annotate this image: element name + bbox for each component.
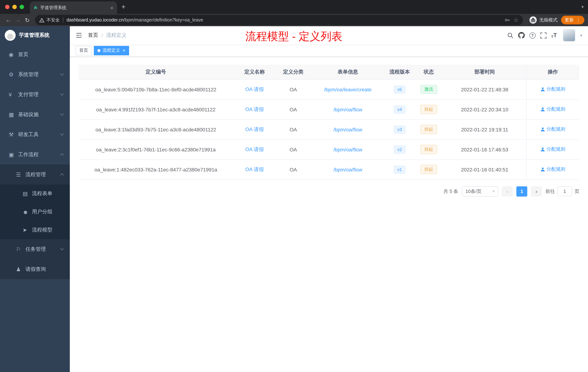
search-icon[interactable] <box>507 32 513 38</box>
breadcrumb: 首页 / 流程定义 <box>88 32 126 39</box>
assign-rule-link[interactable]: 分配规则 <box>540 166 566 173</box>
sidebar-item-system[interactable]: ⚙ 系统管理 <box>0 65 70 85</box>
table-row: oa_leave:2:3c1f0ef1-76b1-11ec-9c66-a2380… <box>79 139 579 159</box>
version-tag: v2 <box>394 145 405 153</box>
sidebar-item-task-management[interactable]: ⚐ 任务管理 <box>0 239 70 259</box>
pagination: 共 5 条 10条/页 ▾ ‹ 1 › 前往 页 <box>79 186 579 196</box>
sidebar-item-devtools[interactable]: ⚒ 研发工具 <box>0 124 70 144</box>
tag-close-icon[interactable]: × <box>123 48 125 53</box>
form-info-link[interactable]: /bpm/oa/flow <box>334 166 362 172</box>
chevron-up-icon <box>60 174 64 177</box>
definition-name-link[interactable]: OA 请假 <box>245 86 264 92</box>
font-size-icon[interactable]: TT <box>551 32 557 39</box>
sidebar-item-leave-query[interactable]: ♟ 请假查询 <box>0 259 70 279</box>
sidebar-item-workflow[interactable]: ▣ 工作流程 <box>0 144 70 164</box>
bookmark-star-icon[interactable]: ☆ <box>514 17 519 23</box>
browser-tab[interactable]: ☘ 芋道管理系统 × <box>30 1 117 14</box>
current-page-button[interactable]: 1 <box>516 186 527 196</box>
definition-id-cell: oa_leave:2:3c1f0ef1-76b1-11ec-9c66-a2380… <box>79 139 233 159</box>
form-info-link[interactable]: /bpm/oa/flow <box>334 146 362 152</box>
col-status: 状态 <box>414 65 443 79</box>
back-icon[interactable]: ← <box>4 17 13 23</box>
sidebar-item-process-management[interactable]: ☰ 流程管理 <box>0 164 70 185</box>
warning-triangle-icon <box>39 18 44 22</box>
zoom-window-button[interactable] <box>20 5 24 9</box>
breadcrumb-separator: / <box>101 33 103 38</box>
definition-name-link[interactable]: OA 请假 <box>245 106 264 112</box>
definition-name-link[interactable]: OA 请假 <box>245 126 264 132</box>
tag-home[interactable]: 首页 <box>76 46 92 55</box>
goto-page-input[interactable] <box>557 186 572 196</box>
deploy-time-cell: 2022-01-22 20:34:10 <box>443 99 526 119</box>
close-window-button[interactable] <box>5 5 10 9</box>
prev-page-button[interactable]: ‹ <box>502 186 513 196</box>
sidebar-item-label: 流程模型 <box>32 227 52 233</box>
reload-icon[interactable]: ↻ <box>22 17 32 23</box>
definition-name-link[interactable]: OA 请假 <box>245 146 264 152</box>
sidebar-item-user-group[interactable]: ☻ 用户分组 <box>0 203 70 221</box>
category-cell: OA <box>276 139 311 159</box>
page-size-select[interactable]: 10条/页 ▾ <box>462 186 498 196</box>
help-icon[interactable]: ? <box>529 32 536 38</box>
briefcase-icon: ▣ <box>9 151 18 158</box>
dashboard-icon: ◉ <box>9 51 18 58</box>
window-controls <box>5 5 24 9</box>
category-cell: OA <box>276 99 311 119</box>
fullscreen-icon[interactable] <box>540 32 546 38</box>
definition-name-link[interactable]: OA 请假 <box>245 166 264 172</box>
sidebar-logo[interactable]: 芋道管理系统 <box>0 26 70 44</box>
breadcrumb-current: 流程定义 <box>106 32 126 39</box>
chevron-down-icon <box>60 72 64 76</box>
tab-search-caret-icon[interactable]: ▾ <box>581 4 584 10</box>
assign-rule-link[interactable]: 分配规则 <box>540 146 566 153</box>
col-operation: 操作 <box>526 65 579 79</box>
github-icon[interactable] <box>518 32 525 39</box>
sidebar-item-home[interactable]: ◉ 首页 <box>0 44 70 65</box>
form-info-link[interactable]: /bpm/oa/flow <box>334 107 362 112</box>
select-caret-icon: ▾ <box>493 189 494 194</box>
sidebar-item-label: 任务管理 <box>25 246 46 252</box>
sidebar-item-infrastructure[interactable]: ▦ 基础设施 <box>0 104 70 124</box>
assign-rule-link[interactable]: 分配规则 <box>540 86 566 93</box>
col-form-info: 表单信息 <box>311 65 385 79</box>
security-chip[interactable]: 不安全 <box>39 17 60 23</box>
address-bar[interactable]: 不安全 dashboard.yudao.iocoder.cn/bpm/manag… <box>35 15 523 25</box>
deploy-time-cell: 2022-01-22 19:19:11 <box>443 119 526 139</box>
next-page-button[interactable]: › <box>531 186 542 196</box>
browser-menu-icon[interactable]: ⋮ <box>576 17 581 23</box>
tag-process-definition[interactable]: 流程定义 × <box>94 46 129 55</box>
logo-avatar <box>5 30 16 41</box>
password-key-icon[interactable] <box>504 17 510 23</box>
chevron-down-icon <box>60 92 64 96</box>
breadcrumb-home[interactable]: 首页 <box>88 32 98 39</box>
sidebar: 芋道管理系统 ◉ 首页 ⚙ 系统管理 ¥ 支付管理 ▦ 基础设施 <box>0 26 70 372</box>
incognito-label: 无痕模式 <box>539 17 557 23</box>
chevron-up-icon <box>60 153 64 157</box>
forward-icon[interactable]: → <box>13 17 22 23</box>
sidebar-item-process-form[interactable]: ▤ 流程表单 <box>0 185 70 203</box>
user-avatar[interactable] <box>563 29 576 42</box>
assign-rule-link[interactable]: 分配规则 <box>540 106 566 113</box>
new-tab-button[interactable]: + <box>121 3 126 11</box>
menu-fold-icon[interactable] <box>76 33 82 38</box>
pagination-total: 共 5 条 <box>443 188 458 195</box>
minimize-window-button[interactable] <box>12 5 17 9</box>
form-info-link[interactable]: /bpm/oa/flow <box>334 127 362 132</box>
infrastructure-icon: ▦ <box>9 111 18 118</box>
col-definition-name: 定义名称 <box>233 65 276 79</box>
definition-id-cell: oa_leave:5:004b710b-7b8a-11ec-8ef0-acde4… <box>79 79 233 99</box>
avatar-caret-icon[interactable]: ▾ <box>580 33 582 38</box>
table-header-row: 定义编号 定义名称 定义分类 表单信息 流程版本 状态 部署时间 操作 <box>79 65 579 79</box>
sidebar-item-label: 请假查询 <box>25 266 46 273</box>
tab-close-icon[interactable]: × <box>110 5 114 11</box>
tag-active-label: 流程定义 <box>103 47 120 54</box>
sidebar-item-process-model[interactable]: ➤ 流程模型 <box>0 221 70 239</box>
assign-rule-link[interactable]: 分配规则 <box>540 126 566 133</box>
tools-icon: ⚒ <box>9 131 18 138</box>
sidebar-item-label: 流程表单 <box>32 190 52 197</box>
sidebar-item-payment[interactable]: ¥ 支付管理 <box>0 85 70 104</box>
form-info-link[interactable]: /bpm/oa/leave/create <box>324 87 372 92</box>
browser-toolbar: ← → ↻ 不安全 dashboard.yudao.iocoder.cn/bpm… <box>0 14 588 26</box>
update-button[interactable]: 更新 ⋮ <box>561 16 584 24</box>
status-badge: 激活 <box>420 85 437 94</box>
